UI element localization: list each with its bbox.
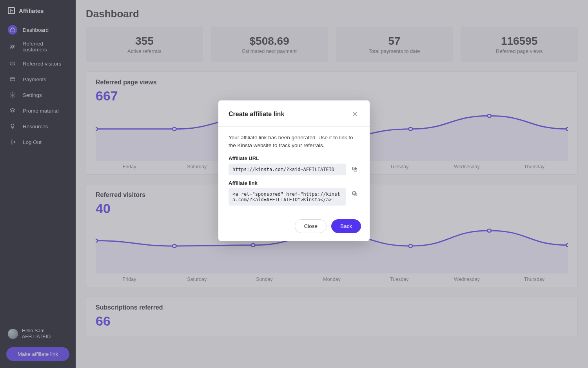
affiliate-url-label: Affiliate URL — [229, 155, 359, 161]
copy-link-button[interactable] — [350, 189, 359, 200]
close-button[interactable]: Close — [295, 219, 327, 233]
modal-overlay[interactable]: Create affiliate link ✕ Your affiliate l… — [0, 0, 588, 368]
modal-description: Your affiliate link has been generated. … — [229, 134, 359, 149]
back-button[interactable]: Back — [331, 219, 361, 233]
affiliate-link-value[interactable]: <a rel="sponsored" href="https://kinsta.… — [229, 188, 346, 206]
copy-url-button[interactable] — [350, 164, 359, 175]
close-icon[interactable]: ✕ — [350, 108, 359, 120]
affiliate-link-label: Affiliate link — [229, 180, 359, 186]
copy-icon — [352, 191, 358, 197]
modal: Create affiliate link ✕ Your affiliate l… — [218, 100, 370, 241]
modal-title: Create affiliate link — [229, 111, 284, 118]
affiliate-url-value[interactable]: https://kinsta.com/?kaid=AFFILIATEID — [229, 164, 346, 175]
copy-icon — [352, 166, 358, 172]
